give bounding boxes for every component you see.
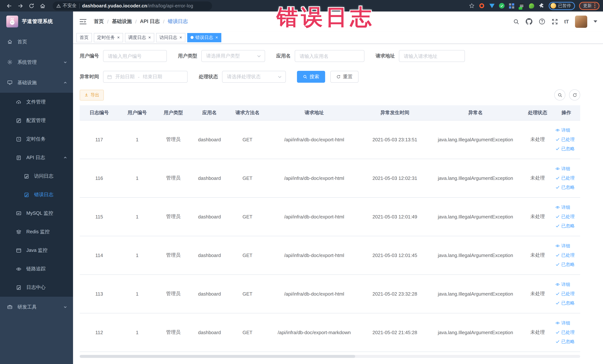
sidebar-item-redis-monitor[interactable]: Redis 监控 bbox=[0, 223, 73, 241]
detail-link[interactable]: 详细 bbox=[555, 126, 580, 135]
address-bar[interactable]: 不安全 dashboard.yudao.iocoder.cn/infra/log… bbox=[53, 1, 212, 10]
extensions-puzzle-icon[interactable] bbox=[538, 3, 545, 9]
extension-blue-icon[interactable] bbox=[489, 3, 495, 9]
browser-update-button[interactable]: 更新 bbox=[579, 2, 600, 10]
breadcrumb-current: 错误日志 bbox=[168, 18, 188, 25]
breadcrumb-home[interactable]: 首页 bbox=[94, 18, 104, 25]
avatar[interactable] bbox=[575, 15, 587, 28]
paused-extension-pill[interactable]: 已暂停 bbox=[548, 2, 575, 10]
breadcrumb-api-log[interactable]: API 日志 bbox=[140, 18, 160, 25]
sidebar-toggle-icon[interactable] bbox=[78, 16, 89, 27]
browser-back-icon[interactable] bbox=[4, 1, 14, 11]
mark-processed-link[interactable]: 已处理 bbox=[555, 135, 580, 144]
close-icon[interactable]: × bbox=[179, 35, 182, 40]
sidebar-item-tracing[interactable]: 链路追踪 bbox=[0, 260, 73, 278]
detail-link[interactable]: 详细 bbox=[555, 280, 580, 289]
app-logo[interactable]: 芋道管理系统 bbox=[0, 12, 73, 32]
detail-link[interactable]: 详细 bbox=[555, 318, 580, 328]
detail-link[interactable]: 详细 bbox=[555, 241, 580, 250]
extension-orange-icon[interactable] bbox=[479, 3, 485, 9]
mark-processed-link[interactable]: 已处理 bbox=[555, 289, 580, 298]
download-icon bbox=[84, 93, 89, 97]
detail-link[interactable]: 详细 bbox=[555, 203, 580, 212]
briefcase-icon bbox=[7, 304, 13, 310]
extension-grid-icon[interactable] bbox=[509, 3, 514, 9]
bookmark-star-icon[interactable] bbox=[469, 3, 475, 9]
col-user-id: 用户编号 bbox=[119, 105, 156, 120]
mark-ignored-link[interactable]: 已忽略 bbox=[555, 337, 580, 346]
check-icon bbox=[555, 339, 560, 344]
refresh-button[interactable] bbox=[569, 89, 580, 101]
exception-time-range-picker[interactable]: 开始日期 - 结束日期 bbox=[103, 71, 188, 83]
cell-app_name: dashboard bbox=[191, 313, 228, 352]
sidebar-item-java-monitor[interactable]: Java 监控 bbox=[0, 241, 73, 260]
eye-icon bbox=[555, 282, 560, 287]
help-icon[interactable] bbox=[539, 18, 545, 25]
mark-ignored-link[interactable]: 已忽略 bbox=[555, 260, 580, 269]
sidebar-item-log-center[interactable]: 日志中心 bbox=[0, 278, 73, 297]
process-status-select[interactable]: 请选择处理状态 bbox=[222, 71, 286, 83]
close-icon[interactable]: × bbox=[148, 35, 151, 40]
tab-error-log[interactable]: 错误日志× bbox=[187, 33, 221, 42]
horizontal-scrollbar[interactable] bbox=[80, 355, 580, 358]
cell-status: 未处理 bbox=[523, 197, 552, 236]
detail-link[interactable]: 详细 bbox=[555, 164, 580, 173]
check-icon bbox=[555, 330, 560, 335]
extension-leaf-icon[interactable] bbox=[529, 3, 534, 9]
sidebar-item-infrastructure[interactable]: 基础设施 bbox=[0, 72, 73, 93]
user-type-select[interactable]: 请选择用户类型 bbox=[201, 50, 265, 62]
window-icon bbox=[16, 247, 22, 253]
mark-processed-link[interactable]: 已处理 bbox=[555, 328, 580, 337]
mark-ignored-link[interactable]: 已忽略 bbox=[555, 221, 580, 231]
font-size-icon[interactable]: tT bbox=[564, 19, 569, 24]
cell-url: /api/infra/db-doc/export-markdown bbox=[267, 313, 361, 352]
mark-ignored-link[interactable]: 已忽略 bbox=[555, 144, 580, 153]
cell-app_name: dashboard bbox=[191, 197, 228, 236]
search-toggle-button[interactable] bbox=[554, 89, 565, 101]
tab-access-log[interactable]: 访问日志× bbox=[156, 33, 185, 42]
app-name-input[interactable] bbox=[295, 50, 364, 62]
sidebar-item-file-management[interactable]: 文件管理 bbox=[0, 93, 73, 111]
mark-processed-link[interactable]: 已处理 bbox=[555, 173, 580, 183]
sidebar-item-api-log[interactable]: API 日志 bbox=[0, 148, 73, 167]
search-button[interactable]: 搜索 bbox=[297, 71, 325, 83]
tab-scheduled-tasks[interactable]: 定时任务× bbox=[94, 33, 123, 42]
sidebar-item-config-management[interactable]: 配置管理 bbox=[0, 111, 73, 130]
fullscreen-icon[interactable] bbox=[552, 18, 558, 25]
sidebar-item-scheduled-tasks[interactable]: 定时任务 bbox=[0, 130, 73, 148]
search-icon[interactable] bbox=[513, 18, 519, 25]
request-url-input[interactable] bbox=[399, 50, 465, 62]
col-user-type: 用户类型 bbox=[156, 105, 191, 120]
sidebar-item-system-management[interactable]: 系统管理 bbox=[0, 52, 73, 72]
github-icon[interactable] bbox=[526, 18, 532, 25]
sidebar-item-error-log[interactable]: 错误日志 bbox=[0, 186, 73, 204]
export-button[interactable]: 导出 bbox=[80, 90, 104, 100]
cell-time: 2021-05-03 12:01:49 bbox=[361, 197, 428, 236]
sidebar-item-home[interactable]: 首页 bbox=[0, 32, 73, 52]
sidebar-item-access-log[interactable]: 访问日志 bbox=[0, 167, 73, 186]
extension-tampermonkey-icon[interactable] bbox=[519, 3, 524, 9]
reset-button[interactable]: 重置 bbox=[330, 71, 359, 83]
mark-processed-link[interactable]: 已处理 bbox=[555, 250, 580, 260]
user-menu-caret-icon[interactable] bbox=[593, 20, 597, 23]
close-icon[interactable]: × bbox=[117, 35, 120, 40]
mark-ignored-link[interactable]: 已忽略 bbox=[555, 183, 580, 192]
sidebar-item-mysql-monitor[interactable]: MySQL 监控 bbox=[0, 204, 73, 223]
start-date-placeholder: 开始日期 bbox=[115, 73, 135, 80]
browser-forward-icon[interactable] bbox=[16, 1, 25, 11]
sidebar-item-dev-tools[interactable]: 研发工具 bbox=[0, 297, 73, 317]
browser-menu-dots-icon[interactable] bbox=[594, 3, 595, 8]
close-icon[interactable]: × bbox=[215, 35, 218, 40]
browser-reload-icon[interactable] bbox=[27, 1, 36, 11]
table-row: 1121管理员dashboardGET/api/infra/db-doc/exp… bbox=[80, 313, 580, 352]
user-id-input[interactable] bbox=[103, 50, 167, 62]
breadcrumb-infrastructure[interactable]: 基础设施 bbox=[112, 18, 132, 25]
col-time: 异常发生时间 bbox=[361, 105, 428, 120]
tab-schedule-log[interactable]: 调度日志× bbox=[125, 33, 154, 42]
browser-home-icon[interactable] bbox=[38, 1, 47, 11]
mark-processed-link[interactable]: 已处理 bbox=[555, 212, 580, 221]
extension-green-check-icon[interactable] bbox=[499, 3, 504, 9]
mark-ignored-link[interactable]: 已忽略 bbox=[555, 298, 580, 308]
tab-home[interactable]: 首页 bbox=[76, 33, 92, 42]
security-warning[interactable]: 不安全 bbox=[56, 3, 77, 9]
